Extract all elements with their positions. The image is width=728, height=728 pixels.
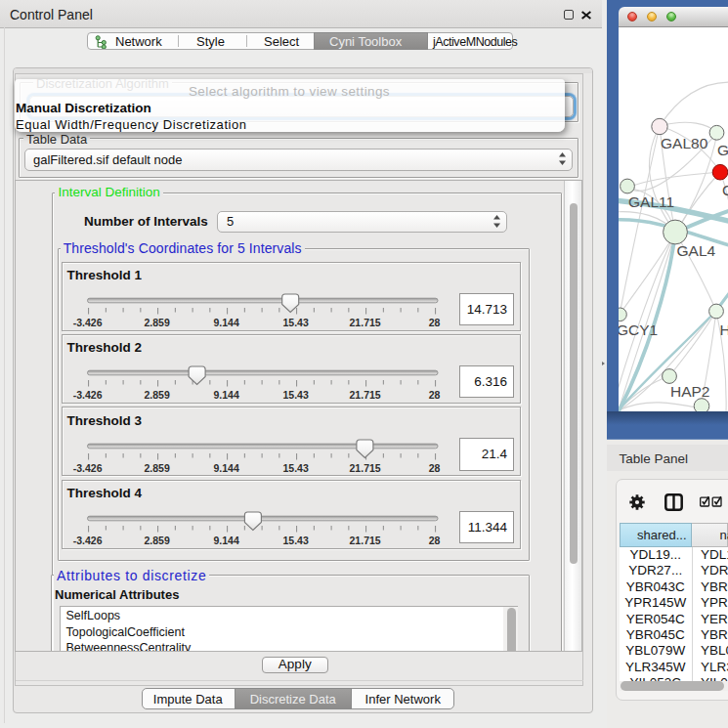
svg-text:-3.426: -3.426 xyxy=(73,535,103,546)
svg-text:21.715: 21.715 xyxy=(350,535,381,546)
svg-text:9.144: 9.144 xyxy=(213,535,238,546)
svg-text:15.43: 15.43 xyxy=(282,389,308,401)
svg-text:28: 28 xyxy=(429,535,441,546)
svg-text:-3.426: -3.426 xyxy=(73,461,103,473)
svg-text:GAL11: GAL11 xyxy=(628,193,674,210)
svg-text:GAL80: GAL80 xyxy=(661,135,708,151)
svg-text:HAP2: HAP2 xyxy=(670,383,710,400)
svg-text:2.859: 2.859 xyxy=(144,317,169,328)
svg-text:-3.426: -3.426 xyxy=(73,317,103,328)
svg-text:15.43: 15.43 xyxy=(282,461,308,473)
svg-text:GAL4: GAL4 xyxy=(676,242,715,259)
svg-text:21.715: 21.715 xyxy=(350,317,381,328)
svg-text:21.715: 21.715 xyxy=(350,389,381,401)
svg-text:CY: CY xyxy=(722,182,728,198)
svg-text:-3.426: -3.426 xyxy=(73,389,103,401)
svg-text:15.43: 15.43 xyxy=(282,535,308,546)
svg-text:2.859: 2.859 xyxy=(144,389,169,401)
svg-text:21.715: 21.715 xyxy=(350,461,381,473)
svg-text:28: 28 xyxy=(429,389,441,401)
svg-text:9.144: 9.144 xyxy=(213,461,238,473)
svg-text:9.144: 9.144 xyxy=(213,389,238,401)
svg-text:GA: GA xyxy=(717,142,728,158)
svg-text:H: H xyxy=(719,321,728,338)
svg-text:9.144: 9.144 xyxy=(213,317,238,328)
svg-text:28: 28 xyxy=(429,317,441,328)
svg-text:28: 28 xyxy=(429,461,441,473)
svg-text:15.43: 15.43 xyxy=(282,317,308,328)
svg-text:2.859: 2.859 xyxy=(144,535,169,546)
svg-text:2.859: 2.859 xyxy=(144,461,169,473)
svg-text:GCY1: GCY1 xyxy=(619,321,658,338)
